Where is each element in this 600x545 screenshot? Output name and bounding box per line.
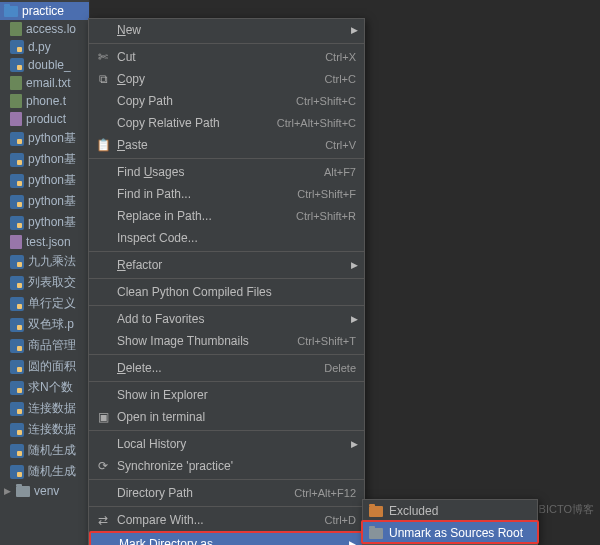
menu-clean-python-compiled[interactable]: Clean Python Compiled Files (89, 281, 364, 303)
tree-file[interactable]: python基 (0, 191, 89, 212)
menu-directory-path[interactable]: Directory PathCtrl+Alt+F12 (89, 482, 364, 504)
tree-label: 圆的面积 (28, 358, 76, 375)
folder-excluded-icon (369, 506, 383, 517)
tree-label: python基 (28, 172, 76, 189)
menu-compare-with[interactable]: ⇄Compare With...Ctrl+D (89, 509, 364, 531)
menu-new[interactable]: New▶ (89, 19, 364, 41)
tree-label: 求N个数 (28, 379, 73, 396)
chevron-right-icon: ▶ (351, 439, 358, 449)
paste-icon: 📋 (95, 138, 111, 152)
tree-file[interactable]: 列表取交 (0, 272, 89, 293)
tree-file[interactable]: 随机生成 (0, 440, 89, 461)
menu-paste[interactable]: 📋PasteCtrl+V (89, 134, 364, 156)
menu-copy[interactable]: ⧉CopyCtrl+C (89, 68, 364, 90)
compare-icon: ⇄ (95, 513, 111, 527)
tree-label: 九九乘法 (28, 253, 76, 270)
tree-file[interactable]: python基 (0, 128, 89, 149)
menu-local-history[interactable]: Local History▶ (89, 433, 364, 455)
tree-file[interactable]: 随机生成 (0, 461, 89, 482)
text-file-icon (10, 22, 22, 36)
tree-file[interactable]: test.json (0, 233, 89, 251)
tree-file[interactable]: email.txt (0, 74, 89, 92)
menu-copy-relative-path[interactable]: Copy Relative PathCtrl+Alt+Shift+C (89, 112, 364, 134)
tree-file[interactable]: python基 (0, 149, 89, 170)
tree-label: email.txt (26, 76, 71, 90)
tree-folder-practice[interactable]: practice (0, 2, 89, 20)
submenu-excluded[interactable]: Excluded (363, 500, 537, 522)
tree-file[interactable]: product (0, 110, 89, 128)
python-file-icon (10, 174, 24, 188)
folder-icon (4, 6, 18, 17)
tree-file[interactable]: 连接数据 (0, 419, 89, 440)
menu-show-in-explorer[interactable]: Show in Explorer (89, 384, 364, 406)
python-file-icon (10, 381, 24, 395)
tree-file[interactable]: 求N个数 (0, 377, 89, 398)
chevron-right-icon: ▶ (351, 314, 358, 324)
submenu-label: Excluded (389, 504, 438, 518)
python-file-icon (10, 360, 24, 374)
menu-refactor[interactable]: Refactor▶ (89, 254, 364, 276)
tree-file[interactable]: 单行定义 (0, 293, 89, 314)
json-file-icon (10, 235, 22, 249)
menu-copy-path[interactable]: Copy PathCtrl+Shift+C (89, 90, 364, 112)
menu-inspect-code[interactable]: Inspect Code... (89, 227, 364, 249)
tree-file[interactable]: access.lo (0, 20, 89, 38)
tree-file[interactable]: 圆的面积 (0, 356, 89, 377)
python-file-icon (10, 153, 24, 167)
tree-file[interactable]: 九九乘法 (0, 251, 89, 272)
chevron-right-icon: ▶ (351, 25, 358, 35)
chevron-right-icon: ▶ (4, 486, 12, 496)
tree-file[interactable]: d.py (0, 38, 89, 56)
menu-mark-directory-as[interactable]: Mark Directory as▶ (91, 533, 362, 545)
submenu-unmark-sources-root[interactable]: Unmark as Sources Root (363, 522, 537, 544)
tree-file[interactable]: 商品管理 (0, 335, 89, 356)
tree-file[interactable]: python基 (0, 212, 89, 233)
python-file-icon (10, 402, 24, 416)
menu-synchronize[interactable]: ⟳Synchronize 'practice' (89, 455, 364, 477)
tree-file[interactable]: 双色球.p (0, 314, 89, 335)
folder-icon (369, 528, 383, 539)
context-menu[interactable]: New▶ ✄CutCtrl+X ⧉CopyCtrl+C Copy PathCtr… (88, 18, 365, 545)
watermark: BICTO博客 (539, 502, 594, 517)
python-file-icon (10, 276, 24, 290)
menu-find-in-path[interactable]: Find in Path...Ctrl+Shift+F (89, 183, 364, 205)
menu-show-thumbnails[interactable]: Show Image ThumbnailsCtrl+Shift+T (89, 330, 364, 352)
menu-find-usages[interactable]: Find UsagesAlt+F7 (89, 161, 364, 183)
menu-cut[interactable]: ✄CutCtrl+X (89, 46, 364, 68)
tree-label: python基 (28, 130, 76, 147)
tree-label: python基 (28, 151, 76, 168)
tree-label: phone.t (26, 94, 66, 108)
tree-file[interactable]: phone.t (0, 92, 89, 110)
tree-folder-venv[interactable]: ▶ venv (0, 482, 89, 500)
scissors-icon: ✄ (95, 50, 111, 64)
python-file-icon (10, 132, 24, 146)
terminal-icon: ▣ (95, 410, 111, 424)
tree-label: 双色球.p (28, 316, 74, 333)
tree-label: test.json (26, 235, 71, 249)
sync-icon: ⟳ (95, 459, 111, 473)
submenu-mark-directory[interactable]: Excluded Unmark as Sources Root (362, 499, 538, 545)
copy-icon: ⧉ (95, 72, 111, 86)
tree-label: d.py (28, 40, 51, 54)
tree-label: double_ (28, 58, 71, 72)
python-file-icon (10, 195, 24, 209)
tree-label: 随机生成 (28, 463, 76, 480)
menu-add-to-favorites[interactable]: Add to Favorites▶ (89, 308, 364, 330)
text-file-icon (10, 94, 22, 108)
tree-label: python基 (28, 214, 76, 231)
tree-file[interactable]: python基 (0, 170, 89, 191)
python-file-icon (10, 255, 24, 269)
tree-label: 连接数据 (28, 400, 76, 417)
menu-delete[interactable]: Delete...Delete (89, 357, 364, 379)
python-file-icon (10, 58, 24, 72)
python-file-icon (10, 444, 24, 458)
tree-file[interactable]: 连接数据 (0, 398, 89, 419)
python-file-icon (10, 423, 24, 437)
project-tree[interactable]: practice access.lod.pydouble_email.txtph… (0, 0, 90, 545)
chevron-right-icon: ▶ (351, 260, 358, 270)
python-file-icon (10, 216, 24, 230)
menu-replace-in-path[interactable]: Replace in Path...Ctrl+Shift+R (89, 205, 364, 227)
menu-open-in-terminal[interactable]: ▣Open in terminal (89, 406, 364, 428)
tree-file[interactable]: double_ (0, 56, 89, 74)
tree-label: access.lo (26, 22, 76, 36)
